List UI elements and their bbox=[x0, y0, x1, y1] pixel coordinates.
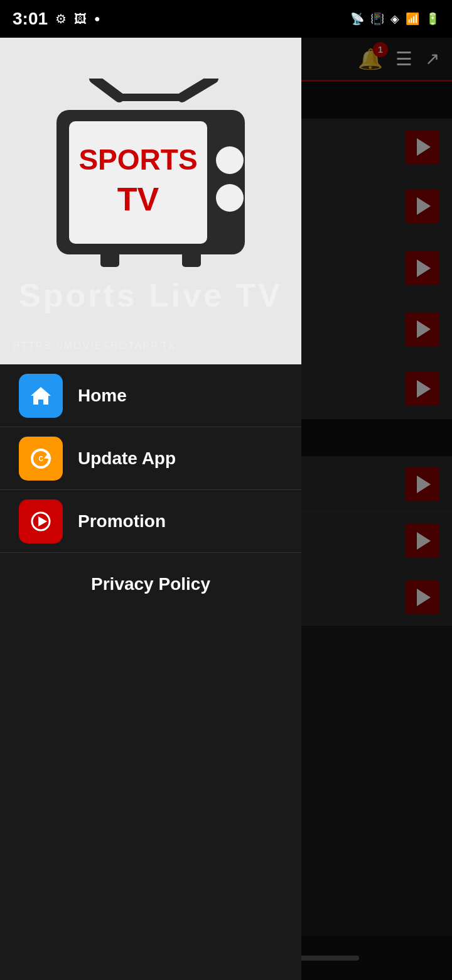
drawer-home-label: Home bbox=[78, 386, 127, 406]
sports-tv-logo-svg: SPORTS TV bbox=[38, 79, 264, 280]
vibrate-icon: 📳 bbox=[370, 12, 384, 26]
svg-text:SPORTS: SPORTS bbox=[78, 143, 197, 176]
drawer-watermark: HTTPS://MOVIESHOTAPP.TK bbox=[13, 340, 176, 352]
svg-line-1 bbox=[182, 79, 213, 97]
home-icon-svg bbox=[30, 384, 52, 407]
drawer-update-app-label: Update App bbox=[78, 449, 176, 469]
update-icon-svg: C bbox=[30, 447, 52, 470]
drawer-subtitle: Sports Live TV bbox=[0, 276, 301, 314]
status-time: 3:01 bbox=[13, 9, 48, 29]
svg-rect-8 bbox=[182, 251, 201, 267]
svg-line-0 bbox=[94, 79, 119, 97]
status-bar: 3:01 ⚙ 🖼 ● 📡 📳 ◈ 📶 🔋 bbox=[0, 0, 452, 38]
svg-point-6 bbox=[216, 184, 244, 212]
navigation-drawer: SPORTS TV Sports Live TV HTTPS://MOVIESH… bbox=[0, 0, 301, 980]
location-icon: ◈ bbox=[390, 12, 399, 26]
promo-icon-svg bbox=[30, 510, 52, 533]
drawer-privacy-label: Privacy Policy bbox=[91, 574, 210, 594]
drawer-item-privacy-policy[interactable]: Privacy Policy bbox=[0, 553, 301, 616]
drawer-item-home[interactable]: Home bbox=[0, 364, 301, 427]
drawer-promotion-label: Promotion bbox=[78, 511, 166, 531]
drawer-item-promotion[interactable]: Promotion bbox=[0, 490, 301, 553]
svg-marker-14 bbox=[38, 516, 47, 526]
image-icon: 🖼 bbox=[74, 12, 87, 26]
svg-point-5 bbox=[216, 146, 244, 174]
svg-rect-7 bbox=[100, 251, 119, 267]
status-right: 📡 📳 ◈ 📶 🔋 bbox=[350, 12, 439, 26]
promo-icon bbox=[19, 499, 63, 543]
drawer-menu: Home C Update App Promotion bbox=[0, 364, 301, 980]
drawer-logo-area: SPORTS TV Sports Live TV HTTPS://MOVIESH… bbox=[0, 0, 301, 364]
home-icon bbox=[19, 374, 63, 418]
svg-text:TV: TV bbox=[117, 181, 159, 217]
drawer-item-update-app[interactable]: C Update App bbox=[0, 427, 301, 490]
wifi-icon: 📶 bbox=[406, 12, 419, 26]
battery-icon: 🔋 bbox=[426, 12, 439, 26]
status-left: 3:01 ⚙ 🖼 ● bbox=[13, 9, 100, 29]
tv-logo-container: SPORTS TV bbox=[38, 79, 264, 280]
settings-icon: ⚙ bbox=[55, 11, 67, 26]
svg-text:C: C bbox=[38, 455, 43, 462]
dot-icon: ● bbox=[94, 13, 100, 24]
cast-icon: 📡 bbox=[350, 12, 364, 26]
update-icon: C bbox=[19, 437, 63, 481]
